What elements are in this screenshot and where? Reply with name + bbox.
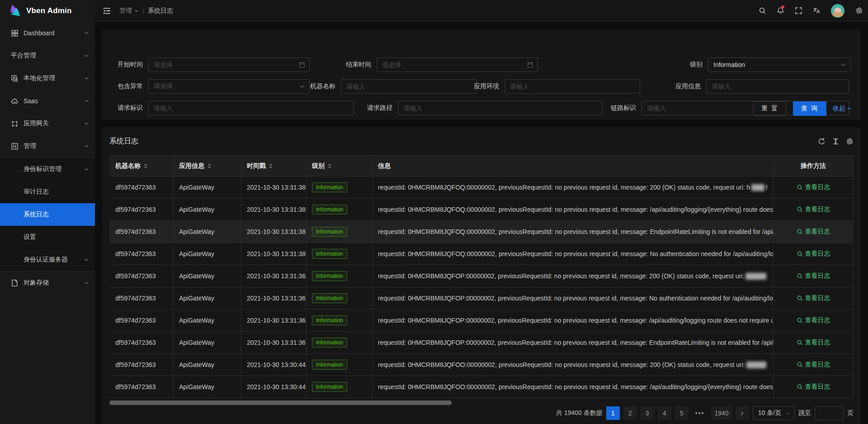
- level-badge: Information: [312, 205, 347, 214]
- cell-machine-name: df5974d72363: [109, 354, 174, 376]
- start-time-input[interactable]: [149, 58, 309, 71]
- view-log-button[interactable]: 查看日志: [797, 294, 830, 302]
- avatar[interactable]: [831, 4, 844, 18]
- column-header-1[interactable]: 机器名称: [109, 156, 174, 176]
- request-id-input[interactable]: [149, 101, 354, 115]
- cell-message: requestId: 0HMCRBM8JQFOP:00000002, previ…: [373, 287, 774, 309]
- brand-name: Vben Admin: [26, 6, 72, 15]
- sidebar-item-identity-management[interactable]: 身份标识管理: [0, 158, 95, 181]
- sidebar-item-object-storage[interactable]: 对象存储: [0, 272, 95, 294]
- request-id-label: 请求标识: [118, 104, 143, 112]
- sidebar: Vben Admin Dashboard平台管理本地化管理Saas应用网关管理身…: [0, 0, 95, 424]
- start-time-label: 开始时间: [118, 61, 143, 69]
- dashboard-icon: [11, 29, 19, 37]
- cell-machine-name: df5974d72363: [109, 176, 174, 198]
- search-icon[interactable]: [753, 0, 771, 22]
- sidebar-item-localization[interactable]: 本地化管理: [0, 67, 95, 90]
- sort-carets-icon[interactable]: [269, 163, 273, 169]
- translate-icon[interactable]: [807, 0, 826, 22]
- page-button-5[interactable]: 5: [675, 406, 689, 420]
- sort-carets-icon[interactable]: [328, 163, 331, 169]
- settings-gear-icon[interactable]: [850, 0, 868, 22]
- collapse-link[interactable]: 收起: [833, 105, 852, 113]
- menu-fold-icon[interactable]: [102, 6, 111, 15]
- table-row: df5974d72363ApiGateWay2021-10-30 13:30:4…: [109, 376, 854, 398]
- end-time-label: 结束时间: [346, 61, 371, 69]
- view-log-label: 查看日志: [805, 383, 830, 391]
- sidebar-item-gateway[interactable]: 应用网关: [0, 112, 95, 135]
- page-size-value: 10 条/页: [758, 409, 781, 417]
- page-button-3[interactable]: 3: [641, 406, 654, 420]
- sort-carets-icon[interactable]: [208, 163, 211, 169]
- view-log-button[interactable]: 查看日志: [797, 383, 830, 391]
- column-header-4[interactable]: 级别: [307, 156, 373, 176]
- cell-level: Information: [307, 354, 373, 376]
- sidebar-item-label: 身份认证服务器: [24, 256, 84, 264]
- sidebar-item-auth-server[interactable]: 身份认证服务器: [0, 248, 95, 271]
- chevron-down-icon: [84, 53, 89, 58]
- magnifier-icon: [797, 206, 803, 213]
- breadcrumb-parent[interactable]: 管理: [119, 7, 139, 15]
- cell-level: Information: [307, 199, 373, 220]
- horizontal-scrollbar[interactable]: [109, 400, 854, 405]
- brand[interactable]: Vben Admin: [0, 0, 95, 22]
- chevron-down-icon: [840, 62, 846, 68]
- sidebar-item-label: 身份标识管理: [24, 165, 84, 173]
- view-log-button[interactable]: 查看日志: [797, 250, 830, 258]
- app-info-input[interactable]: [707, 80, 849, 93]
- page-button-1[interactable]: 1: [606, 406, 620, 420]
- sidebar-item-manage[interactable]: 管理: [0, 135, 95, 157]
- level-select[interactable]: Information: [708, 57, 851, 72]
- cell-message: requestId: 0HMCRBM8JQFOP:00000002, previ…: [373, 310, 774, 331]
- view-log-button[interactable]: 查看日志: [797, 361, 830, 369]
- chevron-down-icon: [84, 99, 89, 103]
- cell-level: Information: [307, 332, 373, 353]
- sort-carets-icon[interactable]: [144, 163, 147, 169]
- table-row: df5974d72363ApiGateWay2021-10-30 13:31:3…: [109, 176, 854, 199]
- column-settings-icon[interactable]: [846, 138, 854, 145]
- chevron-down-icon: [84, 281, 89, 285]
- app-env-input[interactable]: [505, 80, 640, 93]
- table-toolbar: [818, 138, 854, 145]
- column-header-3[interactable]: 时间戳: [241, 156, 307, 176]
- view-log-button[interactable]: 查看日志: [797, 228, 830, 236]
- calendar-icon: [527, 62, 533, 68]
- reset-button[interactable]: 重 置: [753, 101, 787, 116]
- sidebar-item-saas[interactable]: Saas: [0, 90, 95, 112]
- query-button[interactable]: 查 询: [793, 101, 826, 116]
- log-message-text: requestId: 0HMCRBM8JQFOQ:00000002, previ…: [378, 228, 774, 235]
- sidebar-item-platform[interactable]: 平台管理: [0, 44, 95, 67]
- topbar: 管理 / 系统日志: [95, 0, 868, 22]
- jump-page-input[interactable]: [815, 406, 844, 420]
- next-page-button[interactable]: [736, 406, 749, 420]
- request-path-input[interactable]: [398, 101, 602, 115]
- fullscreen-icon[interactable]: [789, 0, 807, 22]
- sidebar-item-settings[interactable]: 设置: [0, 226, 95, 248]
- view-log-button[interactable]: 查看日志: [797, 272, 830, 280]
- sidebar-item-dashboard[interactable]: Dashboard: [0, 22, 95, 44]
- scrollbar-thumb[interactable]: [109, 400, 452, 405]
- bell-icon[interactable]: [771, 0, 789, 22]
- view-log-label: 查看日志: [805, 316, 830, 324]
- view-log-button[interactable]: 查看日志: [797, 338, 830, 347]
- refresh-icon[interactable]: [818, 138, 826, 145]
- cell-action: 查看日志: [774, 199, 854, 220]
- sidebar-item-system-log[interactable]: 系统日志: [0, 203, 95, 226]
- cell-timestamp: 2021-10-30 13:31:36: [241, 287, 307, 309]
- page-button-2[interactable]: 2: [623, 406, 637, 420]
- sidebar-item-audit-log[interactable]: 审计日志: [0, 181, 95, 203]
- sidebar-item-label: 应用网关: [24, 119, 84, 128]
- page-button-4[interactable]: 4: [658, 406, 671, 420]
- end-time-input[interactable]: [377, 58, 538, 71]
- page-size-select[interactable]: 10 条/页: [753, 406, 795, 420]
- cell-action: 查看日志: [774, 287, 854, 309]
- row-height-icon[interactable]: [832, 138, 840, 145]
- machine-name-input[interactable]: [341, 80, 476, 93]
- view-log-button[interactable]: 查看日志: [797, 316, 830, 324]
- page-button-1940[interactable]: 1940: [711, 406, 731, 420]
- column-header-label: 级别: [312, 162, 325, 170]
- exception-select[interactable]: 请选择: [148, 79, 310, 94]
- view-log-button[interactable]: 查看日志: [797, 183, 830, 191]
- column-header-2[interactable]: 应用信息: [174, 156, 241, 176]
- view-log-button[interactable]: 查看日志: [797, 205, 830, 214]
